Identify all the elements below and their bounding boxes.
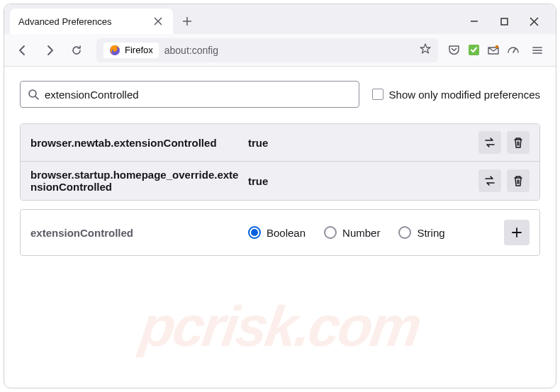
- svg-point-3: [495, 45, 499, 48]
- add-button[interactable]: [504, 220, 530, 245]
- pref-name: browser.newtab.extensionControlled: [30, 137, 240, 149]
- checkbox-label: Show only modified preferences: [389, 89, 540, 101]
- pref-actions: [478, 169, 530, 192]
- menu-button[interactable]: [526, 39, 549, 62]
- bookmark-star-icon[interactable]: [420, 43, 431, 57]
- close-window-button[interactable]: [526, 13, 542, 29]
- close-icon[interactable]: [152, 15, 164, 28]
- new-tab-button[interactable]: [176, 10, 198, 33]
- pref-name: browser.startup.homepage_override.extens…: [30, 169, 240, 193]
- toolbar: Firefox about:config: [4, 34, 556, 67]
- radio-icon: [324, 226, 337, 239]
- delete-button[interactable]: [507, 169, 530, 192]
- extension-icon[interactable]: [466, 43, 481, 57]
- titlebar: Advanced Preferences: [4, 4, 556, 34]
- tab-active[interactable]: Advanced Preferences: [10, 9, 173, 34]
- delete-button[interactable]: [507, 131, 530, 154]
- pref-value: true: [248, 175, 470, 187]
- window-controls: [466, 13, 550, 29]
- radio-icon: [398, 226, 411, 239]
- tab-title: Advanced Preferences: [18, 16, 146, 27]
- pocket-icon[interactable]: [447, 43, 461, 57]
- radio-label: String: [417, 227, 444, 239]
- search-box[interactable]: [20, 81, 359, 108]
- pref-row: browser.newtab.extensionControlled true: [21, 124, 539, 162]
- show-modified-checkbox[interactable]: Show only modified preferences: [372, 89, 540, 101]
- search-row: Show only modified preferences: [20, 81, 540, 108]
- toolbar-extensions: [447, 39, 549, 62]
- dashboard-icon[interactable]: [506, 43, 520, 57]
- pref-value: true: [248, 137, 470, 149]
- pref-actions: [478, 131, 530, 154]
- radio-number[interactable]: Number: [324, 226, 380, 239]
- type-radio-group: Boolean Number String: [248, 226, 495, 239]
- mail-icon[interactable]: [486, 43, 500, 57]
- checkbox-icon: [372, 89, 383, 100]
- new-pref-name: extensionControlled: [30, 227, 240, 239]
- reload-button[interactable]: [65, 39, 88, 62]
- identity-label: Firefox: [125, 45, 153, 55]
- url-bar[interactable]: Firefox about:config: [96, 38, 438, 62]
- search-icon: [28, 89, 39, 100]
- new-pref-row: extensionControlled Boolean Number Strin…: [21, 210, 539, 255]
- toggle-button[interactable]: [478, 169, 501, 192]
- search-input[interactable]: [45, 89, 352, 101]
- browser-window: Advanced Preferences: [4, 4, 556, 388]
- radio-icon: [248, 226, 261, 239]
- watermark: pcrisk.com: [4, 294, 556, 359]
- maximize-button[interactable]: [496, 13, 512, 29]
- radio-string[interactable]: String: [398, 226, 444, 239]
- radio-label: Boolean: [267, 227, 306, 239]
- back-button[interactable]: [11, 39, 34, 62]
- minimize-button[interactable]: [466, 13, 482, 29]
- svg-rect-0: [501, 18, 508, 25]
- new-pref-box: extensionControlled Boolean Number Strin…: [20, 209, 540, 256]
- prefs-table: browser.newtab.extensionControlled true …: [20, 123, 540, 201]
- radio-label: Number: [342, 227, 380, 239]
- identity-badge[interactable]: Firefox: [103, 43, 159, 58]
- content-area: Show only modified preferences browser.n…: [4, 67, 556, 270]
- toggle-button[interactable]: [478, 131, 501, 154]
- url-text: about:config: [164, 45, 218, 56]
- pref-row: browser.startup.homepage_override.extens…: [21, 162, 539, 200]
- firefox-icon: [109, 45, 121, 56]
- forward-button[interactable]: [38, 39, 61, 62]
- radio-boolean[interactable]: Boolean: [248, 226, 306, 239]
